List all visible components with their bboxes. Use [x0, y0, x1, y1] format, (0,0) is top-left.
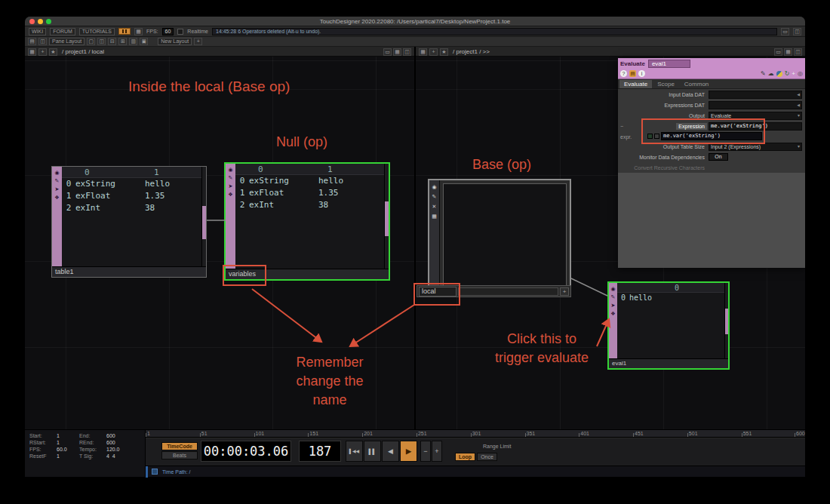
dialogs-icon[interactable]: ▭	[781, 28, 789, 35]
viewer-flag-icon[interactable]: ◉	[54, 169, 59, 176]
name-bar-field[interactable]	[458, 287, 558, 296]
node-name-label[interactable]: local	[419, 287, 456, 297]
new-layout-button[interactable]: New Layout	[158, 38, 192, 45]
pane-option-2-icon[interactable]: ▦	[393, 48, 401, 56]
layout-2-button[interactable]: ◫	[97, 38, 106, 45]
pane-type-icon[interactable]: ▦	[28, 48, 36, 56]
field-arrows-icon[interactable]: ◀	[797, 91, 800, 98]
expression-field[interactable]: me.var('exString')	[709, 122, 802, 131]
lock-flag-icon[interactable]: ❖	[610, 310, 615, 317]
once-button[interactable]: Once	[477, 453, 497, 461]
parameter-dialog-header[interactable]: Evaluate eval1	[618, 58, 805, 69]
dat-table-viewer[interactable]: 0 1 0exStringhello1exFloat1.352exInt38	[62, 167, 201, 266]
edit-flag-icon[interactable]: ✎	[432, 193, 437, 200]
lock-flag-icon[interactable]: ❖	[54, 194, 59, 201]
bookmark-star-icon[interactable]: ★	[440, 48, 448, 56]
dropdown-arrow-icon[interactable]: ▾	[798, 112, 800, 119]
loop-button[interactable]: Loop	[455, 453, 475, 461]
layout-5-button[interactable]: ▥	[129, 38, 137, 45]
lock-flag-icon[interactable]: ❖	[228, 191, 232, 198]
help-icon[interactable]: ?	[620, 70, 627, 77]
jump-to-start-button[interactable]: ▌◀◀	[346, 441, 363, 462]
expr-mode-toggle-icon[interactable]	[647, 134, 653, 139]
realtime-checkbox[interactable]	[177, 29, 183, 35]
layout-3-button[interactable]: ⊟	[108, 38, 116, 45]
vertical-scrollbar[interactable]	[724, 283, 728, 358]
right-pane-breadcrumb[interactable]: / project1 / >>	[450, 48, 490, 55]
time-path-icon[interactable]	[152, 469, 158, 475]
pane-layout-button[interactable]: Pane Layout	[49, 38, 85, 45]
forum-button[interactable]: FORUM	[50, 28, 75, 35]
layout-6-button[interactable]: ▣	[140, 38, 148, 45]
tutorials-button[interactable]: TUTORIALS	[79, 28, 115, 35]
play-forward-button[interactable]: ▶	[400, 441, 417, 462]
timecode-mode-button[interactable]: TimeCode	[161, 442, 198, 450]
input-data-dat-field[interactable]: ◀	[709, 91, 802, 99]
perform-mode-indicator-icon[interactable]	[118, 28, 131, 35]
tab-evaluate[interactable]: Evaluate	[619, 80, 652, 88]
field-arrows-icon[interactable]: ◀	[797, 102, 800, 109]
add-button[interactable]: +	[560, 287, 569, 296]
vertical-scrollbar[interactable]	[201, 167, 206, 266]
add-parameter-icon[interactable]: +	[792, 70, 795, 78]
add-bookmark-icon[interactable]: +	[38, 48, 47, 56]
dat-table-viewer[interactable]: 0 0hello	[617, 283, 724, 358]
step-forward-button[interactable]: +	[432, 441, 442, 462]
output-dropdown[interactable]: Evaluate▾	[709, 112, 802, 120]
cloud-comment-icon[interactable]: ☁	[768, 70, 774, 78]
target-icon[interactable]: ◎	[798, 70, 803, 78]
pane-split-icon[interactable]: ▤	[28, 38, 36, 45]
add-layout-button[interactable]: +	[194, 38, 202, 45]
layout-1-button[interactable]: ▢	[87, 38, 95, 45]
pane-maximize-icon[interactable]: ◫	[38, 38, 47, 45]
export-flag-icon[interactable]: ➤	[611, 302, 616, 309]
folder-icon[interactable]: ▤	[629, 70, 636, 77]
bookmark-star-icon[interactable]: ★	[49, 48, 57, 56]
fps-value-field[interactable]: 60	[162, 28, 174, 35]
info-icon[interactable]: i	[638, 70, 645, 77]
midi-indicator-icon[interactable]: ▦	[134, 28, 143, 35]
node-table1[interactable]: ◉ ✎ ➤ ❖ 0 1 0exStringhello1exFloat1.352e…	[51, 166, 207, 278]
tab-common[interactable]: Common	[680, 80, 713, 88]
op-name-field[interactable]: eval1	[648, 60, 690, 68]
beats-mode-button[interactable]: Beats	[161, 451, 198, 459]
viewer-flag-icon[interactable]: ◉	[610, 285, 615, 292]
close-flag-icon[interactable]: ✕	[432, 203, 437, 210]
pane-type-icon[interactable]: ▦	[419, 48, 427, 56]
tab-scope[interactable]: Scope	[653, 80, 679, 88]
timecode-display[interactable]: 00:00:03.06	[201, 441, 291, 462]
monitor-dependencies-toggle[interactable]: On	[709, 153, 728, 161]
pane-option-3-icon[interactable]: ◫	[794, 48, 802, 56]
frame-display[interactable]: 187	[299, 441, 341, 462]
dropdown-arrow-icon[interactable]: ▾	[798, 143, 800, 150]
edit-flag-icon[interactable]: ✎	[55, 177, 60, 184]
vertical-scrollbar[interactable]	[384, 164, 389, 269]
pane-option-2-icon[interactable]: ▦	[784, 48, 792, 56]
node-eval1[interactable]: ◉ ✎ ➤ ❖ 0 0hello eval1	[607, 281, 730, 370]
play-reverse-button[interactable]: ◀	[382, 441, 399, 462]
viewer-flag-icon[interactable]: ◉	[432, 183, 436, 190]
export-flag-icon[interactable]: ➤	[229, 183, 233, 189]
comp-viewer[interactable]	[443, 183, 567, 287]
pane-option-1-icon[interactable]: ▭	[774, 48, 782, 56]
timeline-ruler[interactable]: 151101151201251301351401451501551600	[146, 429, 805, 438]
palette-icon[interactable]: ◫	[793, 28, 801, 35]
step-back-button[interactable]: −	[420, 441, 431, 462]
edit-flag-icon[interactable]: ✎	[229, 174, 233, 181]
comment-edit-icon[interactable]: ✎	[761, 70, 766, 78]
expression-echo-field[interactable]: me.var('exString')	[661, 132, 762, 140]
left-pane-breadcrumb[interactable]: / project1 / local	[60, 48, 104, 55]
refresh-icon[interactable]: ↻	[785, 70, 790, 78]
expr-collapse-toggle[interactable]: −	[620, 124, 623, 129]
python-language-icon[interactable]	[776, 71, 782, 77]
node-local-base[interactable]: ◉ ✎ ✕ ▦	[428, 179, 571, 292]
add-bookmark-icon[interactable]: +	[429, 48, 438, 56]
pause-button[interactable]: ▌▌	[364, 441, 381, 462]
constant-mode-toggle-icon[interactable]	[654, 134, 659, 139]
expressions-dat-field[interactable]: ◀	[709, 101, 802, 109]
viewer-flag-icon[interactable]: ◉	[228, 166, 232, 173]
grid-flag-icon[interactable]: ▦	[432, 213, 437, 220]
node-variables[interactable]: ◉ ✎ ➤ ❖ 0 1 0exStringhello1exFloat1.352e…	[224, 162, 390, 281]
edit-flag-icon[interactable]: ✎	[611, 293, 616, 300]
layout-4-button[interactable]: ⊞	[118, 38, 127, 45]
